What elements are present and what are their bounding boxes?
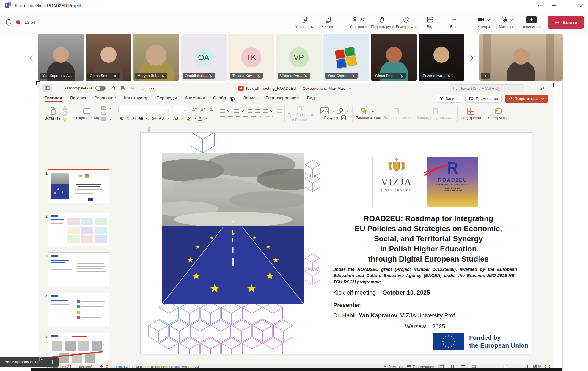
tab-risovanie[interactable]: Рисование [94,95,116,102]
tab-vstavka[interactable]: Вставка [70,95,86,102]
collab-share-icon[interactable] [538,85,544,91]
line-spacing-icon[interactable] [263,109,268,113]
microphone-button[interactable]: Микрофон [497,13,518,32]
change-case-button[interactable]: Аа [172,116,180,121]
mic-chevron-icon[interactable] [510,18,513,21]
align-right-icon[interactable] [236,115,240,118]
font-size-select[interactable] [174,106,189,113]
meeting-toolbar: 13:54 Управлять Контент 27 Участники [0,11,588,33]
text-direction-icon[interactable] [251,115,256,118]
leave-button[interactable]: Выйти [548,16,584,29]
zoom-slider[interactable] [489,367,521,367]
manage-button[interactable]: Управлять [293,13,315,32]
content-button[interactable]: Контент [317,13,339,32]
participant-tile[interactable]: OA Onofriichuk... [181,34,227,81]
decrease-indent-icon[interactable] [248,109,252,113]
scroll-left-icon[interactable] [29,55,33,61]
participant-tile[interactable]: Maryna Boi... [133,34,179,81]
char-spacing-button[interactable]: АВ [158,116,166,120]
tab-glavnaya[interactable]: Главная [45,95,62,102]
react-button[interactable]: Реагировать [396,13,417,32]
participants-button[interactable]: 27 Участники [347,13,369,32]
font-name-select[interactable] [118,106,171,113]
addins-button[interactable]: Надстройки [461,107,481,120]
tab-vid[interactable]: Вид [307,95,315,102]
scroll-right-icon[interactable] [470,55,474,61]
tab-perekhody[interactable]: Переходы [157,95,177,102]
camera-chevron-icon[interactable] [487,18,490,21]
ppt-share-button[interactable]: Поделиться [505,95,548,103]
presenter-name-overlay[interactable]: Yan Kapranov AEH [0,357,59,367]
window-close-button[interactable] [574,0,588,11]
zoom-out-button[interactable] [481,367,485,367]
grant-text: under the ROAD2EU grant (Project Number … [333,266,517,285]
search-input[interactable]: Поиск (Cmd + Ctrl + U) [450,84,524,92]
overlay-zoom-in-icon[interactable] [51,360,54,364]
superscript-button[interactable]: x² [151,116,157,121]
save-icon[interactable] [121,86,125,91]
textbox-icon[interactable]: А [341,115,346,120]
doc-title-chevron-icon[interactable] [349,87,352,89]
paste-button[interactable]: Вставить [45,107,60,120]
titlebar-more-icon[interactable] [149,88,154,89]
tab-konstruktor[interactable]: Конструктор [124,95,149,102]
camera-on-icon [477,16,485,23]
justify-icon[interactable] [243,115,248,118]
window-more-icon[interactable] [533,0,547,11]
raised-hand-icon [378,16,386,23]
share-button[interactable]: Поделиться [521,13,542,32]
raise-hand-button[interactable]: Поднять руку [371,13,393,32]
sensitivity-button[interactable]: Конфиденциальность [417,108,455,120]
comments-button[interactable]: Примечания [465,95,502,103]
columns-icon[interactable] [277,109,282,113]
autosave-toggle[interactable] [95,86,106,91]
align-center-icon[interactable] [228,115,233,118]
bullets-icon[interactable] [220,109,225,113]
arrange-button[interactable]: Расположение [356,108,381,120]
participant-tile[interactable]: Olena Sem... [86,34,131,81]
eu-road-image [162,153,304,304]
font-color-button[interactable]: А [198,115,202,121]
undo-icon[interactable] [130,86,136,91]
participant-tile[interactable]: VP Viktoria Par... [276,34,322,81]
record-button[interactable]: Запись [436,95,462,103]
slide-thumbnail-3[interactable] [48,252,109,286]
participant-tile[interactable]: Bożena Iwa... [419,34,464,81]
highlight-pen-icon[interactable] [186,116,191,121]
subscript-button[interactable]: x₂ [144,116,150,121]
italic-button[interactable]: К [125,116,131,121]
slide-thumbnail-4[interactable] [48,293,109,326]
tab-animatsiya[interactable]: Анимация [185,95,205,102]
camera-button[interactable]: Камера [473,13,495,32]
spotlight-tile[interactable] [479,34,563,81]
quick-styles-button[interactable]: Экспресс-стили [383,108,410,120]
more-button[interactable]: Еще [443,13,465,32]
align-left-icon[interactable] [220,115,225,118]
participant-tile[interactable]: Olena Pime... [371,34,417,81]
arrange-icon [361,108,369,115]
bold-button[interactable]: Ж [118,116,124,121]
smartart-button[interactable]: Преобразовать в SmartArt [288,105,314,122]
participant-tile[interactable]: TK Tetiana Kov... [228,34,274,81]
tab-zapis[interactable]: Запись [243,95,258,102]
increase-indent-icon[interactable] [255,109,260,113]
designer-button[interactable]: Конструктор [487,107,508,120]
window-maximize-button[interactable] [561,0,574,11]
redo-icon[interactable] [140,86,144,90]
participant-tile[interactable]: Yan Kapranov A... [38,34,84,81]
align-text-icon[interactable] [265,115,270,118]
view-button[interactable]: Вид [419,13,441,32]
strikethrough-button[interactable]: ab [138,116,144,121]
home-icon[interactable] [111,86,116,91]
participant-tile[interactable]: Yura Chere... [323,34,369,81]
presenter-view-button[interactable] [42,85,52,92]
underline-button[interactable]: Ч [131,116,137,121]
slide-canvas[interactable]: VIZJA UNIVERSITY R ROAD2EU JEAN MONNET A… [141,133,532,354]
slide-thumbnail-1[interactable] [48,169,109,203]
new-slide-button[interactable]: Создать слайд [73,107,99,120]
window-minimize-button[interactable] [547,0,561,11]
tab-retsenzirovanie[interactable]: Рецензирование [265,95,299,102]
numbering-icon[interactable] [234,109,239,113]
slide-thumbnail-2[interactable] [48,213,109,246]
picture-button[interactable]: Рисунок А [320,107,349,120]
